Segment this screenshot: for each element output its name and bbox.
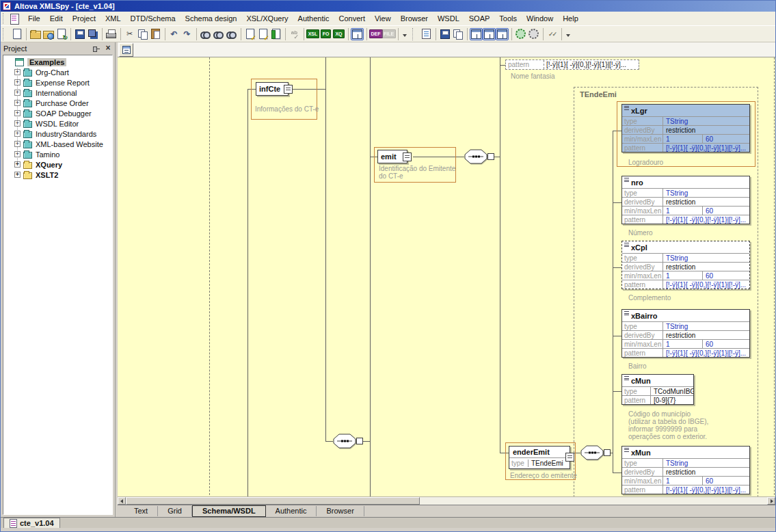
view-toggle-schema[interactable] [496,28,509,40]
schema-display-options-button[interactable] [527,28,540,40]
schema-settings-button[interactable] [514,28,527,40]
tree-item[interactable]: + XSLT2 [3,170,112,180]
expander-icon[interactable]: + [14,131,21,137]
expander-icon[interactable]: + [14,172,21,178]
menu-item[interactable]: File [23,13,45,24]
scroll-left-button[interactable] [118,497,126,505]
field-xCpl[interactable]: xCpl typeTString derivedByrestriction mi… [621,241,750,289]
expander-icon[interactable]: + [14,151,21,157]
close-panel-icon[interactable] [104,44,112,53]
expand-toggle-icon[interactable] [565,453,574,462]
menu-item[interactable]: Help [558,13,583,24]
toolbar-drag-handle[interactable] [412,28,416,40]
expander-icon[interactable]: + [14,100,21,106]
tree-item[interactable]: + Tamino [3,149,112,159]
tree-item[interactable]: + Org-Chart [3,67,112,77]
print-button[interactable] [105,28,118,40]
copy-diagram-button[interactable] [451,28,464,40]
element-emit[interactable]: emit [377,150,407,163]
toolbar-overflow-button[interactable] [401,28,408,40]
tree-item[interactable]: + XQuery [3,159,112,170]
view-tab[interactable]: Schema/WSDL [192,505,266,517]
replace-button[interactable] [225,28,238,40]
field-xBairro[interactable]: xBairro typeTString derivedByrestriction… [621,309,750,358]
sequence-compositor-icon[interactable] [333,434,356,449]
pin-icon[interactable] [92,44,101,53]
validate-button[interactable] [256,28,269,40]
undo-button[interactable] [168,28,180,40]
tree-item[interactable]: + SOAP Debugger [3,108,112,118]
field-nro[interactable]: nro typeTString derivedByrestriction min… [621,176,750,224]
file-tab[interactable]: cte_v1.04 [3,518,60,528]
menu-item[interactable]: XML [101,13,126,24]
tree-item[interactable]: + Expense Report [3,77,112,88]
spell-check-button[interactable] [288,28,301,40]
save-diagram-button[interactable] [438,28,451,40]
sequence-compositor-icon[interactable] [464,149,487,164]
expander-icon[interactable]: + [14,90,21,96]
tree-item[interactable]: + XML-based Website [3,139,112,149]
menu-drag-handle[interactable] [3,13,5,24]
save-button[interactable] [73,28,86,40]
view-tab[interactable]: Authentic [266,506,317,516]
cut-button[interactable] [123,28,136,40]
compositor-expand-icon[interactable] [356,438,363,444]
menu-item[interactable]: XSL/XQuery [241,13,293,24]
project-window-toggle[interactable] [351,28,364,40]
reload-file-button[interactable] [55,28,68,40]
tree-item[interactable]: Examples [3,57,112,67]
open-file-button[interactable] [29,28,42,40]
toolbar-drag-handle[interactable] [3,28,6,40]
xquery-execute-button[interactable]: XQ [332,28,345,40]
save-all-button[interactable] [86,28,99,40]
menu-item[interactable]: Window [522,13,558,24]
menu-item[interactable]: Schema design [180,13,242,24]
copy-button[interactable] [136,28,149,40]
view-tab[interactable]: Text [124,506,158,516]
sequence-compositor-icon[interactable] [580,445,604,460]
element-enderEmit[interactable]: enderEmit type TEndeEmi [509,446,570,469]
check-wellformed-button[interactable] [243,28,256,40]
menu-item[interactable]: Tools [494,13,522,24]
menu-item[interactable]: Convert [334,13,370,24]
tree-item[interactable]: + International [3,88,112,98]
view-toggle-grid[interactable] [483,28,496,40]
expander-icon[interactable]: + [14,120,21,127]
scrollbar-thumb[interactable] [126,497,420,505]
tree-item[interactable]: + Purchase Order [3,98,112,108]
menu-item[interactable]: View [370,13,396,24]
open-url-button[interactable] [42,28,55,40]
goto-file-button[interactable]: FILE [382,28,395,40]
expander-icon[interactable]: + [14,69,21,75]
element-infCte[interactable]: infCte [256,82,289,96]
find-button[interactable] [199,28,212,40]
menu-item[interactable]: Edit [45,13,68,24]
field-xLgr[interactable]: xLgr typeTString derivedByrestriction mi… [621,104,750,152]
redo-button[interactable] [180,28,193,40]
show-globals-button[interactable] [119,43,133,57]
compositor-expand-icon[interactable] [487,153,494,160]
tree-item[interactable]: + IndustryStandards [3,129,112,139]
scroll-right-button[interactable] [767,497,775,505]
view-tab[interactable]: Grid [158,506,192,516]
document-menu-icon[interactable] [9,14,19,24]
tree-item[interactable]: + WSDL Editor [3,118,112,129]
menu-item[interactable]: SOAP [464,13,495,24]
horizontal-scrollbar[interactable] [118,496,775,505]
expander-icon[interactable]: + [14,141,21,147]
expander-icon[interactable]: + [14,161,21,168]
assign-schema-button[interactable] [269,28,282,40]
element-properties-button[interactable] [420,28,433,40]
menu-item[interactable]: DTD/Schema [126,13,180,24]
expand-toggle-icon[interactable] [284,85,293,94]
scrollbar-track[interactable] [126,497,767,505]
validation-options-button[interactable] [546,28,559,40]
compositor-expand-icon[interactable] [604,449,611,456]
field-xMun[interactable]: xMun typeTString derivedByrestriction mi… [621,446,750,494]
xsl-transform-button[interactable]: XSL [306,28,319,40]
find-next-button[interactable] [212,28,225,40]
goto-definition-button[interactable]: DEF [369,28,382,40]
paste-button[interactable] [149,28,162,40]
xslfo-transform-button[interactable]: FO [319,28,332,40]
menu-item[interactable]: Authentic [293,13,334,24]
